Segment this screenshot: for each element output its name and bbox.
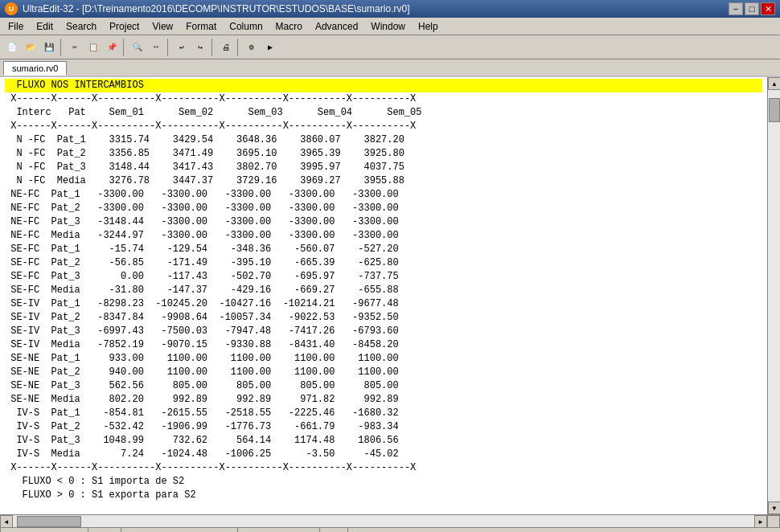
restore-button[interactable]: □ — [745, 2, 759, 15]
editor-line: SE-FC Pat_1 -15.74 -129.54 -348.36 -560.… — [5, 243, 399, 255]
editor-line: NE-FC Pat_2 -3300.00 -3300.00 -3300.00 -… — [5, 203, 399, 214]
menu-item-search[interactable]: Search — [60, 18, 103, 35]
editor-line: NE-FC Media -3244.97 -3300.00 -3300.00 -… — [5, 230, 399, 241]
redo-button[interactable]: ↪ — [191, 39, 209, 56]
tab-bar: sumario.rv0 — [0, 59, 780, 77]
editor-line: IV-S Pat_2 -532.42 -1906.99 -1776.73 -66… — [5, 421, 399, 432]
tab-sumario[interactable]: sumario.rv0 — [3, 61, 67, 76]
h-scroll-track[interactable] — [13, 515, 754, 527]
status-bar: Ln 103, Col 31, C0 DOS Mod: 02/05/2016 1… — [0, 527, 780, 532]
editor-content: FLUXO NOS INTERCAMBIOS X------X------X--… — [0, 77, 767, 504]
editor-line: SE-NE Media 802.20 992.89 992.89 971.82 … — [5, 394, 399, 405]
open-button[interactable]: 📂 — [22, 39, 39, 56]
editor-line: N -FC Media 3276.78 3447.37 3729.16 3969… — [5, 175, 404, 186]
horizontal-scrollbar[interactable]: ◄ ► — [0, 515, 767, 527]
menu-bar: FileEditSearchProjectViewFormatColumnMac… — [0, 18, 780, 35]
menu-item-edit[interactable]: Edit — [30, 18, 60, 35]
editor-line: N -FC Pat_3 3148.44 3417.43 3802.70 3995… — [5, 162, 404, 173]
toolbar-separator-5 — [237, 39, 240, 56]
menu-item-help[interactable]: Help — [412, 18, 445, 35]
scrollbar-corner — [767, 515, 780, 528]
editor-line: N -FC Pat_2 3356.85 3471.49 3695.10 3965… — [5, 148, 404, 159]
editor-line: SE-FC Pat_3 0.00 -117.43 -502.70 -695.97… — [5, 271, 399, 282]
undo-button[interactable]: ↩ — [173, 39, 191, 56]
highlighted-line: FLUXO NOS INTERCAMBIOS — [5, 79, 762, 92]
horizontal-scrollbar-row: ◄ ► — [0, 514, 780, 527]
editor-line: SE-IV Pat_2 -8347.84 -9908.64 -10057.34 … — [5, 312, 399, 323]
status-mode: INS — [320, 528, 348, 532]
editor-line: Interc Pat Sem_01 Sem_02 Sem_03 Sem_04 S… — [5, 107, 421, 118]
print-button[interactable]: 🖨 — [217, 39, 235, 56]
editor-container: FLUXO NOS INTERCAMBIOS X------X------X--… — [0, 77, 780, 514]
menu-item-column[interactable]: Column — [223, 18, 269, 35]
menu-item-window[interactable]: Window — [364, 18, 412, 35]
editor-line: SE-IV Pat_3 -6997.43 -7500.03 -7947.48 -… — [5, 325, 399, 337]
config-button[interactable]: ⚙ — [243, 39, 261, 56]
window-title: UltraEdit-32 - [D:\Treinamento2016\DECOM… — [23, 3, 409, 14]
save-button[interactable]: 💾 — [40, 39, 58, 56]
vertical-scrollbar[interactable]: ▲ ▼ — [767, 77, 780, 514]
replace-button[interactable]: ↔ — [147, 39, 165, 56]
editor-line: IV-S Pat_3 1048.99 732.62 564.14 1174.48… — [5, 435, 399, 446]
toolbar-separator-3 — [167, 39, 170, 56]
editor-line: X------X------X----------X----------X---… — [5, 93, 416, 104]
editor-line: FLUXO > 0 : S1 exporta para S2 — [5, 489, 196, 501]
editor-line: N -FC Pat_1 3315.74 3429.54 3648.36 3860… — [5, 134, 404, 145]
macro-button[interactable]: ▶ — [261, 39, 279, 56]
editor-line: SE-NE Pat_2 940.00 1100.00 1100.00 1100.… — [5, 366, 399, 378]
scroll-right-button[interactable]: ► — [754, 515, 767, 528]
scroll-track[interactable] — [768, 90, 780, 501]
status-position: Ln 103, Col 31, C0 — [0, 528, 88, 532]
close-button[interactable]: ✕ — [761, 2, 775, 15]
editor-line: IV-S Media 7.24 -1024.48 -1006.25 -3.50 … — [5, 448, 399, 460]
editor-line: SE-NE Pat_1 933.00 1100.00 1100.00 1100.… — [5, 353, 399, 364]
toolbar-separator-1 — [60, 39, 64, 56]
editor-line: SE-FC Pat_2 -56.85 -171.49 -395.10 -665.… — [5, 257, 399, 268]
h-scroll-thumb[interactable] — [17, 516, 81, 527]
editor-line: IV-S Pat_1 -854.81 -2615.55 -2518.55 -22… — [5, 407, 399, 419]
toolbar-separator-4 — [211, 39, 215, 56]
scroll-thumb[interactable] — [769, 98, 780, 122]
scroll-left-button[interactable]: ◄ — [0, 515, 13, 528]
status-filesize: File Size: 169534 — [238, 528, 320, 532]
paste-button[interactable]: 📌 — [103, 39, 121, 56]
editor-line: SE-IV Pat_1 -8298.23 -10245.20 -10427.16… — [5, 298, 399, 309]
scroll-down-button[interactable]: ▼ — [768, 501, 780, 514]
editor-line: SE-FC Media -31.80 -147.37 -429.16 -669.… — [5, 284, 399, 296]
editor-line: SE-IV Media -7852.19 -9070.15 -9330.88 -… — [5, 339, 399, 350]
editor[interactable]: FLUXO NOS INTERCAMBIOS X------X------X--… — [0, 77, 767, 514]
editor-line: FLUXO < 0 : S1 importa de S2 — [5, 476, 184, 487]
scroll-up-button[interactable]: ▲ — [768, 77, 780, 90]
status-modified: Mod: 02/05/2016 17:37:19 — [121, 528, 238, 532]
minimize-button[interactable]: − — [729, 2, 743, 15]
editor-line: NE-FC Pat_1 -3300.00 -3300.00 -3300.00 -… — [5, 189, 399, 200]
status-format: DOS — [88, 528, 121, 532]
menu-item-project[interactable]: Project — [103, 18, 146, 35]
editor-line: X------X------X----------X----------X---… — [5, 121, 416, 132]
title-bar: U UltraEdit-32 - [D:\Treinamento2016\DEC… — [0, 0, 780, 18]
cut-button[interactable]: ✂ — [66, 39, 84, 56]
menu-item-advanced[interactable]: Advanced — [309, 18, 364, 35]
app-icon: U — [5, 2, 18, 15]
copy-button[interactable]: 📋 — [84, 39, 102, 56]
editor-line: X------X------X----------X----------X---… — [5, 462, 416, 473]
menu-item-macro[interactable]: Macro — [269, 18, 309, 35]
toolbar-separator-2 — [123, 39, 126, 56]
menu-item-file[interactable]: File — [2, 18, 30, 35]
new-button[interactable]: 📄 — [3, 39, 21, 56]
menu-item-view[interactable]: View — [146, 18, 179, 35]
editor-line: SE-NE Pat_3 562.56 805.00 805.00 805.00 … — [5, 380, 399, 391]
find-button[interactable]: 🔍 — [129, 39, 146, 56]
toolbar: 📄 📂 💾 ✂ 📋 📌 🔍 ↔ ↩ ↪ 🖨 ⚙ ▶ — [0, 35, 780, 59]
editor-line: NE-FC Pat_3 -3148.44 -3300.00 -3300.00 -… — [5, 216, 399, 227]
menu-item-format[interactable]: Format — [179, 18, 223, 35]
